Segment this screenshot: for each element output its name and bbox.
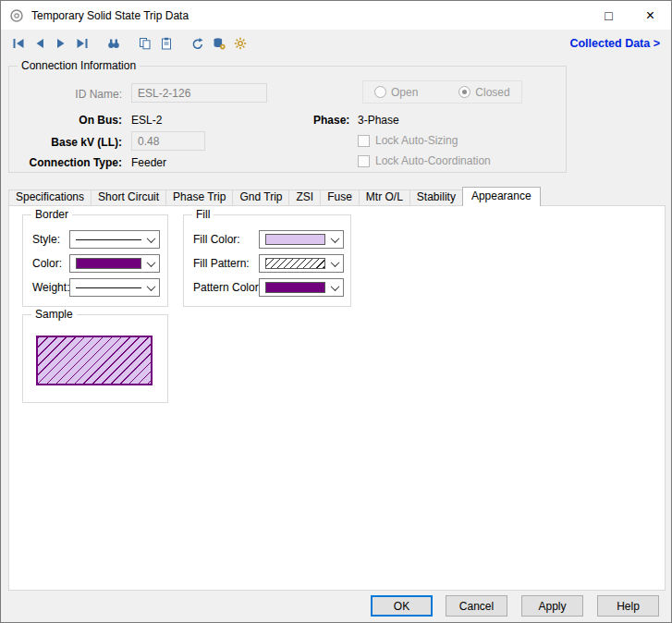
border-color-value (76, 258, 141, 269)
radio-closed-circle (458, 86, 470, 98)
chevron-down-icon (147, 234, 156, 243)
nav-first-icon[interactable] (10, 35, 27, 52)
phase-value: 3-Phase (358, 113, 399, 128)
ok-button[interactable]: OK (371, 595, 433, 617)
nav-previous-icon[interactable] (31, 35, 48, 52)
help-button[interactable]: Help (597, 595, 659, 617)
nav-last-icon[interactable] (74, 35, 91, 52)
sample-group: Sample (22, 314, 168, 403)
style-label: Style: (32, 232, 60, 247)
open-closed-panel: Open Closed (362, 80, 522, 104)
connection-type-value: Feeder (131, 155, 166, 170)
radio-closed-label: Closed (475, 86, 509, 99)
sample-legend: Sample (31, 308, 77, 321)
lock-auto-sizing-label: Lock Auto-Sizing (375, 134, 458, 147)
fill-group: Fill Fill Color: Fill Pattern: Pattern C… (183, 214, 351, 307)
chevron-down-icon (147, 258, 156, 267)
fill-pattern-combo[interactable] (259, 254, 344, 273)
connection-information-legend: Connection Information (18, 59, 140, 72)
tab-mtr-ol[interactable]: Mtr O/L (359, 189, 410, 205)
paste-icon[interactable] (158, 35, 175, 52)
close-button[interactable]: × (629, 1, 671, 30)
dialog-window: Temporary Solid State Trip Data □ × (0, 0, 672, 623)
fill-pattern-value (265, 258, 325, 269)
chevron-down-icon (331, 258, 340, 267)
radio-open: Open (374, 86, 418, 99)
tab-appearance[interactable]: Appearance (462, 187, 541, 206)
tab-stability[interactable]: Stability (409, 189, 463, 205)
on-bus-label: On Bus: (18, 113, 122, 128)
tab-zsi[interactable]: ZSI (288, 189, 321, 205)
tab-short-circuit[interactable]: Short Circuit (91, 189, 166, 205)
app-icon (9, 8, 24, 23)
tab-fuse[interactable]: Fuse (320, 189, 360, 205)
phase-label: Phase: (313, 113, 349, 128)
fill-legend: Fill (192, 208, 214, 221)
find-icon[interactable] (105, 35, 122, 52)
border-style-combo[interactable] (69, 230, 160, 249)
appearance-tab-panel: Border Style: Color: Weight: Fill Fill C… (8, 205, 666, 591)
undo-icon[interactable] (189, 35, 206, 52)
apply-button[interactable]: Apply (521, 595, 583, 617)
sample-preview (36, 336, 153, 385)
tab-gnd-trip[interactable]: Gnd Trip (232, 189, 289, 205)
chevron-down-icon (331, 234, 340, 243)
radio-open-label: Open (391, 86, 418, 99)
lock-auto-sizing-box (358, 135, 370, 147)
lock-auto-sizing-checkbox: Lock Auto-Sizing (358, 134, 458, 147)
border-group: Border Style: Color: Weight: (22, 214, 168, 307)
weight-label: Weight: (32, 280, 69, 295)
id-name-label: ID Name: (18, 87, 122, 102)
lock-auto-coordination-label: Lock Auto-Coordination (375, 154, 491, 167)
copy-icon[interactable] (137, 35, 153, 52)
on-bus-value: ESL-2 (131, 113, 162, 128)
chevron-down-icon (331, 282, 340, 291)
border-color-combo[interactable] (69, 254, 160, 273)
collected-data-link[interactable]: Collected Data > (569, 37, 660, 50)
tab-strip: Specifications Short Circuit Phase Trip … (8, 187, 540, 205)
border-weight-value (76, 287, 141, 288)
pattern-color-label: Pattern Color: (193, 280, 262, 295)
connection-information-group: Connection Information ID Name: Open Clo… (8, 66, 567, 173)
tab-specifications[interactable]: Specifications (8, 189, 92, 205)
lock-auto-coordination-checkbox: Lock Auto-Coordination (358, 154, 491, 167)
settings-gear-icon[interactable] (232, 35, 249, 52)
radio-closed: Closed (458, 86, 509, 99)
connection-type-label: Connection Type: (18, 155, 122, 170)
fill-color-label: Fill Color: (193, 232, 240, 247)
base-kv-label: Base kV (LL): (18, 135, 122, 150)
window-title: Temporary Solid State Trip Data (31, 9, 189, 22)
color-label: Color: (32, 256, 62, 271)
maximize-button[interactable]: □ (588, 1, 629, 30)
base-kv-input (131, 131, 205, 151)
fill-color-combo[interactable] (259, 230, 344, 249)
title-bar: Temporary Solid State Trip Data □ × (1, 1, 671, 30)
radio-open-circle (374, 86, 386, 98)
chevron-down-icon (147, 282, 156, 291)
fill-color-value (265, 234, 325, 245)
toolbar: Collected Data > (1, 30, 671, 56)
border-weight-combo[interactable] (69, 278, 160, 297)
border-legend: Border (31, 208, 72, 221)
window-controls: □ × (588, 1, 671, 30)
lock-auto-coordination-box (358, 155, 370, 167)
cancel-button[interactable]: Cancel (446, 595, 507, 617)
database-save-icon[interactable] (211, 35, 227, 52)
tab-phase-trip[interactable]: Phase Trip (165, 189, 233, 205)
nav-next-icon[interactable] (53, 35, 69, 52)
pattern-color-combo[interactable] (259, 278, 344, 297)
pattern-color-value (265, 282, 325, 293)
id-name-input (131, 83, 267, 103)
border-style-value (76, 239, 141, 240)
fill-pattern-label: Fill Pattern: (193, 256, 250, 271)
